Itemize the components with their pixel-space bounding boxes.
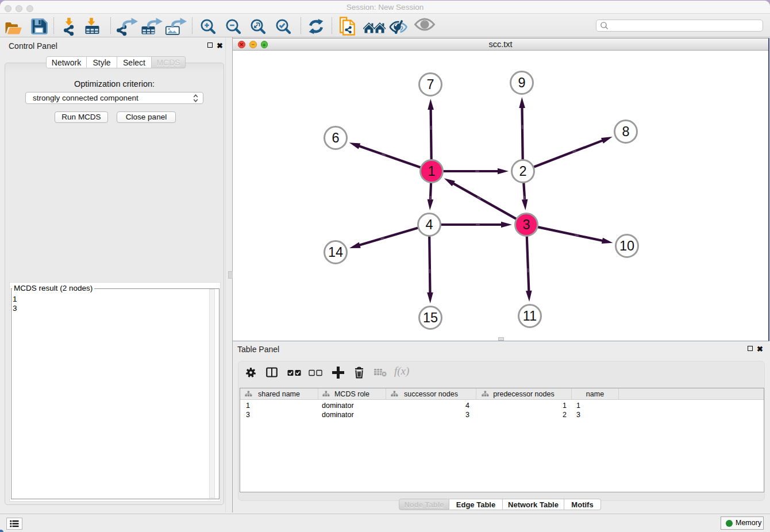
svg-text:3: 3	[522, 217, 530, 232]
svg-text:1: 1	[428, 164, 435, 179]
svg-text:15: 15	[423, 310, 438, 325]
svg-text:6: 6	[332, 130, 339, 145]
svg-text:11: 11	[523, 309, 537, 323]
svg-text:4: 4	[425, 217, 433, 232]
svg-text:7: 7	[426, 77, 434, 92]
svg-text:2: 2	[519, 164, 526, 179]
svg-text:8: 8	[622, 124, 629, 139]
svg-text:10: 10	[619, 238, 634, 253]
svg-text:14: 14	[328, 245, 343, 260]
svg-text:9: 9	[518, 75, 525, 90]
